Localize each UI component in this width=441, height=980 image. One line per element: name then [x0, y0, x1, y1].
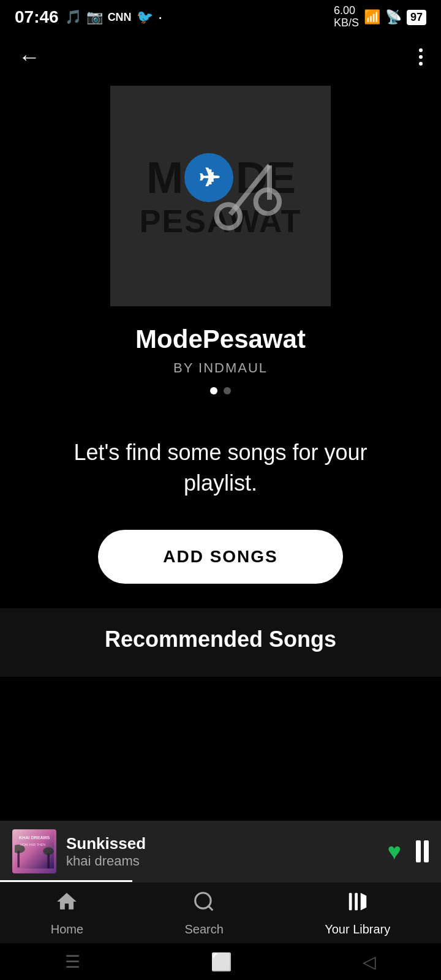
now-playing-info: Sunkissed khai dreams — [66, 834, 387, 869]
music-note-overlay — [201, 146, 299, 246]
playlist-info: ModePesawat BY INDMAUL — [0, 318, 441, 407]
more-dot-2 — [419, 55, 423, 59]
search-label: Search — [184, 922, 223, 937]
pause-bar-left — [416, 840, 421, 862]
album-art-wrapper: M ✈ DE PESAWAT — [110, 86, 331, 306]
album-thumb-art: KHAI DREAMS NOW AND THEN — [15, 829, 54, 871]
playlist-logo: M ✈ DE PESAWAT — [110, 86, 331, 306]
home-system-button[interactable]: ⬜ — [211, 952, 232, 972]
cnn-icon: CNN — [108, 11, 132, 24]
now-playing-title: Sunkissed — [66, 834, 387, 853]
music-note-icon — [201, 146, 299, 244]
library-icon — [346, 890, 369, 919]
bottom-nav: Home Search Your Library — [0, 882, 441, 943]
back-system-button[interactable]: ◁ — [363, 952, 376, 972]
now-playing-controls: ♥ — [387, 839, 429, 865]
status-bar: 07:46 🎵 📷 CNN 🐦 · 6.00KB/S 📶 📡 97 — [0, 0, 441, 34]
svg-line-13 — [208, 906, 213, 910]
instagram-icon: 📷 — [86, 9, 103, 25]
dot-icon: · — [158, 7, 163, 27]
svg-rect-8 — [47, 853, 50, 869]
signal-icon: 📡 — [385, 9, 402, 25]
menu-button[interactable]: ☰ — [65, 952, 80, 972]
more-menu-button[interactable] — [419, 48, 423, 66]
status-left: 07:46 🎵 📷 CNN 🐦 · — [15, 7, 162, 27]
svg-text:KHAI DREAMS: KHAI DREAMS — [19, 835, 50, 840]
wifi-icon: 📶 — [364, 9, 380, 25]
nav-search[interactable]: Search — [184, 890, 223, 937]
svg-point-12 — [195, 892, 211, 908]
spotify-icon: 🎵 — [65, 9, 81, 25]
nav-home[interactable]: Home — [51, 890, 83, 937]
now-playing-artist: khai dreams — [66, 853, 387, 869]
find-songs-text: Let's find some songs for your playlist. — [37, 437, 404, 499]
logo-m: M — [146, 153, 182, 203]
twitter-icon: 🐦 — [137, 9, 153, 25]
battery-level: 97 — [407, 10, 426, 25]
status-icons: 🎵 📷 CNN 🐦 · — [65, 7, 163, 27]
more-dot-3 — [419, 62, 423, 66]
svg-rect-6 — [17, 851, 20, 868]
more-dot-1 — [419, 48, 423, 52]
pause-bar-right — [424, 840, 429, 862]
svg-text:NOW AND THEN: NOW AND THEN — [20, 843, 45, 846]
svg-point-9 — [43, 847, 54, 854]
top-nav: ← — [0, 34, 441, 80]
svg-rect-15 — [355, 892, 358, 910]
playlist-by: BY INDMAUL — [18, 360, 423, 376]
playlist-title: ModePesawat — [18, 325, 423, 354]
status-right: 6.00KB/S 📶 📡 97 — [334, 5, 426, 29]
nav-library[interactable]: Your Library — [325, 890, 390, 937]
album-art: M ✈ DE PESAWAT — [110, 86, 331, 306]
dot-1 — [210, 387, 217, 394]
recommended-section: Recommended Songs — [0, 608, 441, 677]
home-label: Home — [51, 922, 83, 937]
heart-button[interactable]: ♥ — [387, 839, 401, 865]
find-songs-section: Let's find some songs for your playlist.… — [0, 407, 441, 608]
library-label: Your Library — [325, 922, 390, 937]
pause-button[interactable] — [416, 840, 429, 862]
dots-indicator — [18, 387, 423, 394]
now-playing-bar[interactable]: KHAI DREAMS NOW AND THEN Sunkissed khai … — [0, 821, 441, 882]
album-art-container: M ✈ DE PESAWAT — [0, 80, 441, 318]
home-icon — [55, 890, 78, 919]
status-time: 07:46 — [15, 7, 59, 27]
add-songs-button[interactable]: ADD SONGS — [98, 530, 343, 584]
svg-point-2 — [217, 205, 240, 228]
search-icon — [192, 890, 216, 919]
now-playing-thumbnail: KHAI DREAMS NOW AND THEN — [12, 829, 56, 873]
dot-2 — [224, 387, 231, 394]
recommended-title: Recommended Songs — [0, 627, 441, 652]
system-nav: ☰ ⬜ ◁ — [0, 943, 441, 980]
svg-rect-14 — [349, 892, 352, 910]
back-button[interactable]: ← — [18, 44, 40, 70]
network-speed: 6.00KB/S — [334, 5, 359, 29]
